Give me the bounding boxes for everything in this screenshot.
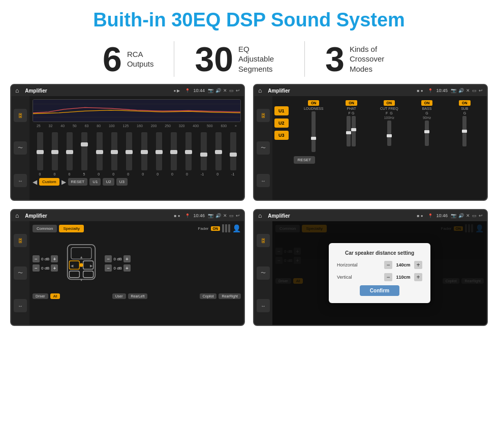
dialog-horizontal-row: Horizontal − 140cm + (337, 261, 422, 269)
cutfreq-on-btn[interactable]: ON (384, 100, 395, 106)
phat-slider-g[interactable] (352, 116, 356, 146)
sub-on-btn[interactable]: ON (459, 100, 471, 106)
eq-slider-1[interactable] (52, 132, 58, 170)
eq-side-btn-3[interactable]: ↔ (14, 174, 27, 187)
stat-number-crossover: 3 (325, 42, 345, 76)
user-btn[interactable]: User (112, 293, 126, 299)
eq-val-5: 0 (112, 172, 114, 176)
plus-btn-0[interactable]: + (51, 255, 58, 262)
cutfreq-slider[interactable] (387, 121, 391, 146)
eq-side-btn-1[interactable]: 🎛 (14, 109, 27, 122)
minus-btn-1[interactable]: − (33, 264, 40, 272)
eq-next-arrow[interactable]: ▶ (61, 178, 66, 186)
phat-fg-labels: FG (349, 111, 355, 115)
camera-icon-eq: 📷 (208, 88, 213, 93)
eq-side-btn-2[interactable]: 〜 (14, 141, 27, 155)
plus-btn-2[interactable]: + (123, 255, 131, 262)
phat-slider-f[interactable] (347, 116, 351, 146)
minus-btn-2[interactable]: − (105, 255, 112, 262)
horizontal-minus-btn[interactable]: − (384, 261, 392, 269)
fader-label: Fader (198, 226, 209, 231)
phat-on-btn[interactable]: ON (346, 100, 357, 106)
eq-preset-u1[interactable]: U1 (89, 178, 101, 186)
phat-thumb-g (351, 128, 356, 131)
driver-btn[interactable]: Driver (33, 293, 48, 299)
amp-side-btn-1[interactable]: 🎛 (257, 109, 270, 122)
u2-button[interactable]: U2 (274, 118, 289, 128)
loudness-slider[interactable] (312, 111, 316, 152)
confirm-button[interactable]: Confirm (360, 285, 399, 296)
tab-common[interactable]: Common (33, 225, 57, 232)
eq-val-2: 0 (68, 172, 70, 176)
eq-preset-u3[interactable]: U3 (116, 178, 128, 186)
amp-side-btn-2[interactable]: 〜 (257, 141, 270, 155)
stat-crossover: 3 Kinds ofCrossover Modes (305, 42, 416, 76)
cutfreq-label: CUT FREQ (380, 107, 398, 110)
eq-slider-12[interactable] (215, 132, 222, 170)
freq-more: » (235, 124, 237, 128)
eq-thumb-8 (155, 150, 163, 154)
minus-btn-3[interactable]: − (105, 264, 112, 272)
dlg-side-btn-1[interactable]: 🎛 (257, 234, 270, 247)
eq-preset-custom[interactable]: Custom (39, 178, 59, 186)
rearleft-btn[interactable]: RearLeft (128, 293, 148, 299)
eq-preset-reset[interactable]: RESET (68, 178, 88, 186)
eq-preset-u2[interactable]: U2 (103, 178, 114, 186)
channel-phat: ON PHAT FG (333, 100, 369, 152)
right-db-controls: − 0 dB + − 0 dB + (105, 235, 130, 291)
freq-80: 80 (97, 124, 101, 128)
minus-btn-0[interactable]: − (33, 255, 40, 262)
eq-slider-11[interactable] (201, 132, 207, 170)
amp-side-btn-3[interactable]: ↔ (257, 174, 270, 187)
u1-button[interactable]: U1 (274, 106, 289, 115)
channel-controls-grid: ON LOUDNESS ON PHAT FG (294, 98, 485, 154)
copilot-btn[interactable]: Copilot (200, 293, 217, 299)
specialty-side-panel: 🎛 〜 ↔ (11, 221, 29, 325)
sub-slider[interactable] (462, 116, 466, 146)
horizontal-plus-btn[interactable]: + (414, 261, 422, 269)
eq-slider-2[interactable] (67, 132, 73, 170)
eq-slider-9[interactable] (171, 132, 177, 170)
loudness-on-btn[interactable]: ON (308, 100, 320, 106)
eq-thumb-3 (81, 142, 88, 146)
eq-slider-13[interactable] (230, 132, 236, 170)
eq-main-panel: 25 32 40 50 63 80 100 125 160 200 250 32… (29, 96, 244, 200)
dlg-side-btn-2[interactable]: 〜 (257, 266, 270, 280)
spec-side-btn-1[interactable]: 🎛 (14, 234, 27, 247)
svg-text:▲: ▲ (80, 255, 83, 259)
volume-icon-spec: 🔊 (215, 213, 221, 218)
loudness-thumb (311, 137, 316, 140)
spec-side-btn-3[interactable]: ↔ (14, 299, 27, 312)
bass-slider[interactable] (425, 121, 429, 146)
eq-val-10: 0 (186, 172, 188, 176)
eq-slider-6[interactable] (126, 132, 132, 170)
rearright-btn[interactable]: RearRight (219, 293, 241, 299)
tab-specialty[interactable]: Specialty (59, 225, 83, 232)
eq-prev-arrow[interactable]: ◀ (33, 178, 37, 186)
vertical-minus-btn[interactable]: − (384, 273, 392, 281)
specialty-screen-content: 🎛 〜 ↔ Common Specialty Fader ON (11, 221, 244, 325)
eq-slider-8[interactable] (156, 132, 162, 170)
u3-button[interactable]: U3 (274, 131, 289, 140)
eq-slider-4[interactable] (97, 132, 103, 170)
plus-btn-1[interactable]: + (51, 264, 58, 272)
spec-side-btn-2[interactable]: 〜 (14, 266, 27, 280)
all-btn[interactable]: All (50, 293, 60, 299)
amp-reset-btn[interactable]: RESET (294, 156, 316, 164)
horizontal-label: Horizontal (337, 262, 358, 267)
left-db-controls: − 0 dB + − 0 dB + (33, 235, 58, 291)
svg-rect-9 (83, 271, 94, 278)
dlg-side-btn-3[interactable]: ↔ (257, 299, 270, 312)
eq-slider-5[interactable] (111, 132, 117, 170)
stat-rca: 6 RCAOutputs (82, 42, 174, 76)
eq-slider-10[interactable] (185, 132, 192, 170)
bass-on-btn[interactable]: ON (421, 100, 433, 106)
eq-slider-0[interactable] (37, 132, 43, 170)
dialog-screen-content: 🎛 〜 ↔ Common Specialty Fader ON (254, 221, 487, 325)
plus-btn-3[interactable]: + (123, 264, 131, 272)
eq-status-bar: ⌂ Amplifier ● ▶ 📍 10:44 📷 🔊 ✕ ▭ ↩ (11, 85, 244, 96)
freq-125: 125 (123, 124, 129, 128)
vertical-plus-btn[interactable]: + (414, 273, 422, 281)
eq-slider-7[interactable] (141, 132, 147, 170)
eq-slider-3[interactable] (81, 132, 87, 170)
